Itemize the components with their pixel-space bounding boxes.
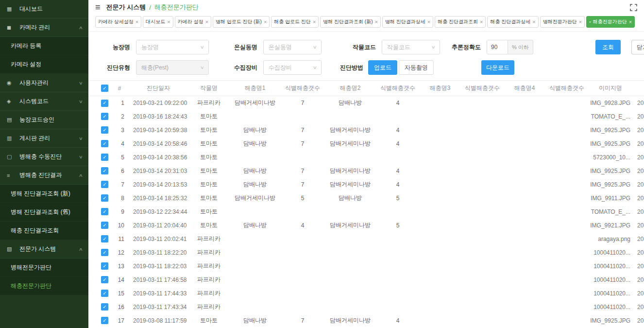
tab-close-icon[interactable]: × (375, 19, 378, 25)
row-checkbox[interactable]: ✓ (101, 317, 108, 324)
cell-pest2: 담배거세미나방 (324, 178, 376, 191)
row-checkbox[interactable]: ✓ (101, 208, 108, 215)
tab-3[interactable]: 카메라 설정× (175, 16, 211, 28)
cell-cnt1 (281, 300, 324, 314)
sidebar-item-farm-code-approval[interactable]: ▤농장코드승인 (0, 111, 88, 129)
tab-close-icon[interactable]: × (480, 19, 483, 25)
cell-image: aragaya.png (589, 232, 632, 246)
row-checkbox[interactable]: ✓ (101, 276, 108, 283)
row-checkbox[interactable]: ✓ (101, 167, 108, 174)
cell-cnt1: 7 (281, 96, 324, 110)
greenhouse-label: 온실동명 (209, 43, 257, 52)
cell-pest3 (420, 164, 460, 178)
method-upload-button[interactable]: 업로드 (368, 60, 397, 75)
cell-reg: 201 (632, 164, 644, 178)
sidebar-item-camera-register[interactable]: 카메라 등록 (0, 37, 88, 55)
tab-6[interactable]: 병해 진단결과조회 (新)× (320, 16, 381, 28)
download-button[interactable]: 다운로드 (481, 60, 514, 75)
system-code-icon: ◈ (7, 98, 17, 104)
cell-cnt4 (545, 137, 589, 151)
row-checkbox[interactable]: ✓ (101, 249, 108, 256)
tab-7[interactable]: 병해 진단결과상세× (382, 16, 433, 28)
row-checkbox[interactable]: ✓ (101, 235, 108, 242)
tab-close-icon[interactable]: × (264, 19, 267, 25)
tab-close-icon[interactable]: × (629, 19, 632, 25)
row-checkbox[interactable]: ✓ (101, 290, 108, 297)
cell-pest4 (504, 273, 545, 287)
breadcrumb-current: 해충전문가판단 (154, 3, 199, 12)
column-header-cnt4: 식별해충갯수 (545, 81, 589, 96)
sidebar-item-system-code[interactable]: ◈시스템코드∨ (0, 92, 88, 111)
tab-8[interactable]: 해충 진단결과조회× (435, 16, 486, 28)
fullscreen-icon[interactable] (630, 4, 637, 11)
sidebar-item-camera-management[interactable]: ◼카메라 관리∧ (0, 18, 88, 37)
row-checkbox[interactable]: ✓ (101, 140, 108, 147)
row-checkbox[interactable]: ✓ (101, 154, 108, 161)
tab-4[interactable]: 병해 업로드 진단 (新)× (213, 16, 270, 28)
cell-cnt3 (460, 137, 504, 151)
tab-close-icon[interactable]: × (427, 19, 430, 25)
cell-image: IMG_9925.JPG (589, 123, 632, 137)
tab-label: 해충 진단결과상세 (490, 18, 530, 25)
tab-close-icon[interactable]: × (579, 19, 582, 25)
tab-close-icon[interactable]: × (205, 19, 208, 25)
sidebar-item-expert-system[interactable]: ▧전문가 시스템∧ (0, 240, 88, 259)
sidebar-item-pest-diagnosis-results[interactable]: ≡병해충 진단결과∧ (0, 166, 88, 185)
tab-1[interactable]: 카메라 상세설정× (95, 16, 141, 28)
column-header-check[interactable]: ✓ (88, 81, 111, 96)
cell-date: 2019-03-16 18:24:43 (128, 110, 188, 123)
equipment-select[interactable]: 수집장비 ∨ (263, 60, 322, 75)
tab-close-icon[interactable]: × (136, 19, 138, 25)
sidebar-item-disease-result-new[interactable]: 병해 진단결과조회 (新) (0, 185, 88, 203)
crop-code-select[interactable]: 작물코드 ∨ (382, 40, 440, 54)
row-checkbox[interactable]: ✓ (101, 194, 108, 202)
close-button[interactable]: 닫기 (631, 40, 644, 54)
row-checkbox[interactable]: ✓ (101, 222, 108, 229)
cell-pest1: 담배나방 (229, 123, 281, 137)
cell-pest3 (420, 205, 460, 219)
row-checkbox[interactable]: ✓ (101, 303, 108, 311)
tab-10[interactable]: 병해전문가판단× (540, 16, 585, 28)
tab-5[interactable]: 해충 업로드 진단× (271, 16, 319, 28)
sidebar-item-pest-manual-diagnosis[interactable]: ▢병해충 수동진단∨ (0, 148, 88, 166)
farm-select[interactable]: 농장명 ∨ (136, 40, 209, 54)
greenhouse-select[interactable]: 온실동명 ∨ (263, 40, 322, 54)
diagnosis-type-select[interactable]: 해충(Pest) ∨ (136, 60, 209, 75)
search-button[interactable]: 조회 (595, 40, 621, 54)
sidebar-item-pest-result[interactable]: 해충 진단결과조회 (0, 222, 88, 240)
cell-cnt3 (460, 314, 504, 328)
chevron-down-icon: ∨ (79, 136, 83, 141)
cell-num: 17 (111, 314, 128, 328)
tab-close-icon[interactable]: × (313, 19, 316, 25)
cell-date: 2019-03-14 20:13:53 (128, 178, 188, 191)
hamburger-menu-icon[interactable]: ≡ (95, 3, 101, 12)
tab-2[interactable]: 대시보드× (143, 16, 173, 28)
tab-close-icon[interactable]: × (167, 19, 170, 25)
row-checkbox[interactable]: ✓ (101, 113, 108, 120)
method-autocapture-button[interactable]: 자동촬영 (399, 60, 434, 75)
row-checkbox[interactable]: ✓ (101, 262, 108, 270)
cell-image: TOMATO_E_... (589, 205, 632, 219)
sidebar-item-board-management[interactable]: ▥게시판 관리∨ (0, 129, 88, 148)
cell-cnt2 (376, 246, 420, 259)
cell-pest4 (504, 314, 545, 328)
tab-9[interactable]: 해충 진단결과상세× (487, 16, 538, 28)
sidebar-item-dashboard[interactable]: ▦대시보드 (0, 0, 88, 18)
sidebar-item-disease-result-old[interactable]: 병해 진단결과조회 (舊) (0, 203, 88, 222)
row-checkbox[interactable]: ✓ (101, 100, 108, 107)
tab-11[interactable]: ●해충전문가판단× (586, 16, 635, 28)
cell-cnt2 (376, 287, 420, 300)
accuracy-input[interactable] (487, 40, 508, 54)
sidebar-item-pest-expert[interactable]: 해충전문가판단 (0, 277, 88, 295)
cell-pest2: 담배나방 (324, 96, 376, 110)
tab-close-icon[interactable]: × (532, 19, 535, 25)
cell-pest3 (420, 314, 460, 328)
row-checkbox[interactable]: ✓ (101, 181, 108, 188)
row-checkbox[interactable]: ✓ (101, 126, 108, 134)
sidebar-item-user-management[interactable]: ◉사용자관리∨ (0, 74, 88, 92)
breadcrumb: 전문가 시스템 / 해충전문가판단 (106, 3, 199, 12)
select-all-checkbox[interactable]: ✓ (101, 85, 108, 92)
sidebar-item-disease-expert[interactable]: 병해전문가판단 (0, 259, 88, 277)
cell-pest3 (420, 246, 460, 259)
sidebar-item-camera-settings[interactable]: 카메라 설정 (0, 55, 88, 74)
